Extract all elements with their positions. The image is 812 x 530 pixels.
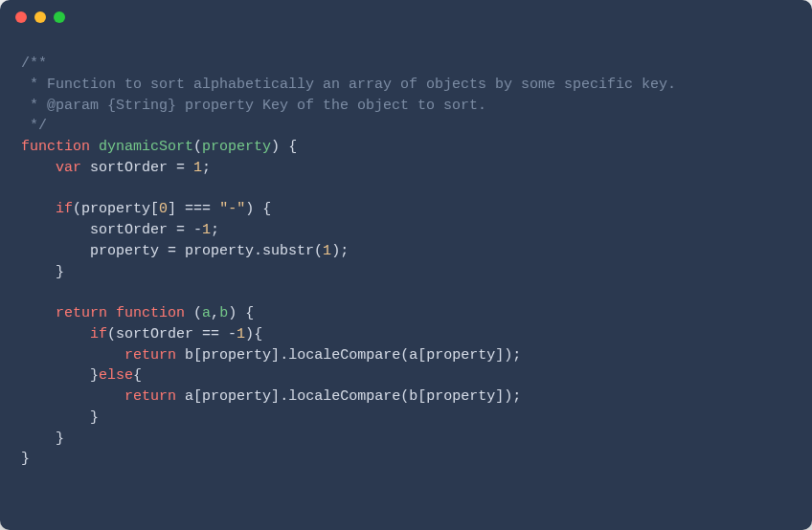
dot: . <box>280 388 288 405</box>
close-paren: ) <box>331 243 340 259</box>
number-1: 1 <box>323 243 331 259</box>
bracket-open: [ <box>193 388 202 405</box>
close-paren: ) <box>271 139 280 155</box>
indent <box>21 264 56 280</box>
space <box>90 139 99 155</box>
titlebar <box>0 0 812 34</box>
function-name: dynamicSort <box>99 139 193 155</box>
keyword-return: return <box>124 388 176 405</box>
semicolon: ; <box>211 222 219 238</box>
var-property: property <box>81 201 150 217</box>
indent <box>21 388 124 405</box>
keyword-var: var <box>56 160 81 176</box>
code-window: /** * Function to sort alphabetically an… <box>0 0 812 530</box>
space <box>237 305 245 321</box>
close-icon[interactable] <box>15 11 27 23</box>
var-a: a <box>185 388 193 405</box>
comment-line-2: * Function to sort alphabetically an arr… <box>21 77 676 93</box>
var-sortorder: sortOrder <box>90 222 168 238</box>
open-paren: ( <box>193 305 202 321</box>
indent <box>21 243 90 259</box>
close-brace: } <box>21 451 30 467</box>
param-b: b <box>219 305 228 321</box>
dot: . <box>254 243 262 259</box>
var-property: property <box>426 347 495 364</box>
dot: . <box>280 347 288 364</box>
bracket-open: [ <box>193 347 202 364</box>
indent <box>21 409 90 426</box>
var-property: property <box>426 388 495 405</box>
semicolon: ; <box>340 243 349 259</box>
keyword-else: else <box>99 367 133 384</box>
triple-equals: === <box>176 201 219 217</box>
close-brace: } <box>90 367 99 384</box>
minimize-icon[interactable] <box>34 11 46 23</box>
var-property: property <box>202 347 271 364</box>
keyword-if: if <box>56 201 73 217</box>
minus: - <box>193 222 202 238</box>
open-brace: { <box>288 139 297 155</box>
keyword-return: return <box>56 305 107 321</box>
bracket-close: ] <box>495 388 504 405</box>
open-paren: ( <box>400 347 409 364</box>
var-sortorder: sortOrder <box>116 326 193 342</box>
indent <box>21 201 56 217</box>
bracket-close: ] <box>271 347 280 364</box>
space <box>185 305 193 321</box>
close-brace: } <box>90 409 99 426</box>
param-property: property <box>202 139 271 155</box>
keyword-if: if <box>90 326 107 342</box>
bracket-close: ] <box>495 347 504 364</box>
minus: - <box>228 326 237 342</box>
space <box>176 388 185 405</box>
var-b: b <box>185 347 193 364</box>
close-paren: ) <box>245 326 254 342</box>
indent <box>21 431 56 447</box>
close-brace: } <box>56 264 64 280</box>
method-substr: substr <box>262 243 314 259</box>
var-b: b <box>409 388 417 405</box>
method-localecompare: localeCompare <box>288 347 400 364</box>
indent <box>21 326 90 342</box>
space <box>254 201 262 217</box>
bracket-open: [ <box>150 201 159 217</box>
open-brace: { <box>133 367 142 384</box>
bracket-open: [ <box>417 347 426 364</box>
code-area: /** * Function to sort alphabetically an… <box>0 34 812 530</box>
number-0: 0 <box>159 201 168 217</box>
indent <box>21 160 56 176</box>
space <box>107 305 116 321</box>
number-1: 1 <box>237 326 245 342</box>
close-paren: ) <box>228 305 237 321</box>
indent <box>21 222 90 238</box>
close-brace: } <box>56 431 64 447</box>
close-paren: ) <box>245 201 254 217</box>
keyword-return: return <box>124 347 176 364</box>
number-1: 1 <box>193 160 202 176</box>
semicolon: ; <box>512 388 521 405</box>
indent <box>21 367 90 384</box>
var-property: property <box>185 243 254 259</box>
bracket-open: [ <box>417 388 426 405</box>
semicolon: ; <box>512 347 521 364</box>
string-dash: "-" <box>219 201 245 217</box>
indent <box>21 347 124 364</box>
bracket-close: ] <box>271 388 280 405</box>
indent <box>21 305 56 321</box>
open-paren: ( <box>107 326 116 342</box>
comment-line-4: */ <box>21 118 47 134</box>
var-property: property <box>202 388 271 405</box>
comment-line-3: * @param {String} property Key of the ob… <box>21 98 486 114</box>
var-a: a <box>409 347 417 364</box>
number-1: 1 <box>202 222 211 238</box>
open-brace: { <box>262 201 271 217</box>
keyword-function: function <box>21 139 90 155</box>
open-paren: ( <box>400 388 409 405</box>
semicolon: ; <box>202 160 211 176</box>
close-paren: ) <box>504 388 512 405</box>
var-property: property <box>90 243 159 259</box>
var-sortorder: sortOrder <box>90 160 168 176</box>
maximize-icon[interactable] <box>54 11 65 23</box>
keyword-function: function <box>116 305 185 321</box>
bracket-close: ] <box>168 201 176 217</box>
